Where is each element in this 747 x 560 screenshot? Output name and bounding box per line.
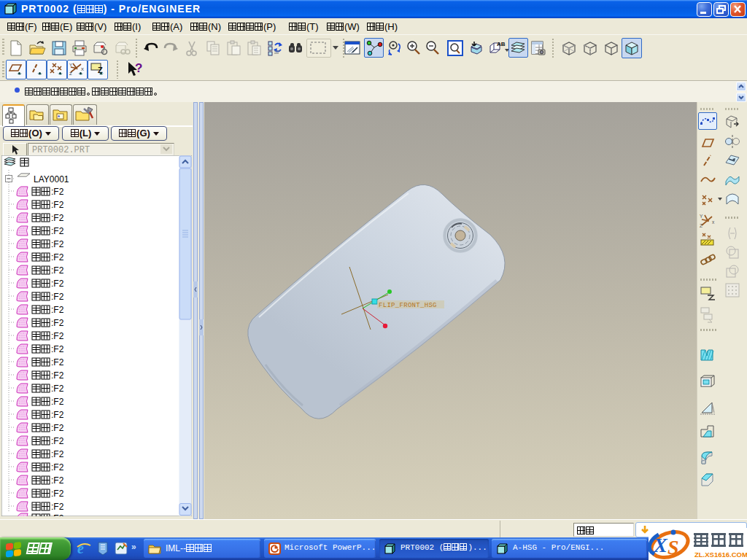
svg-text:e: e (77, 540, 84, 556)
svg-text:X: X (81, 67, 84, 71)
svg-text:AB: AB (497, 41, 506, 47)
svg-text:LAY0001: LAY0001 (34, 174, 69, 184)
svg-text:x: x (712, 219, 715, 225)
svg-text:ZL.XS1616.COM: ZL.XS1616.COM (694, 551, 747, 559)
svg-text:Z: Z (700, 223, 703, 228)
svg-text:?: ? (135, 61, 142, 75)
svg-text:X: X (653, 534, 668, 556)
svg-text:FLIP_FRONT_HSG: FLIP_FRONT_HSG (379, 302, 437, 309)
svg-text:Y: Y (700, 214, 703, 219)
svg-text:S: S (667, 536, 679, 559)
svg-text:Z: Z (69, 71, 72, 76)
svg-text:Y: Y (69, 63, 72, 67)
